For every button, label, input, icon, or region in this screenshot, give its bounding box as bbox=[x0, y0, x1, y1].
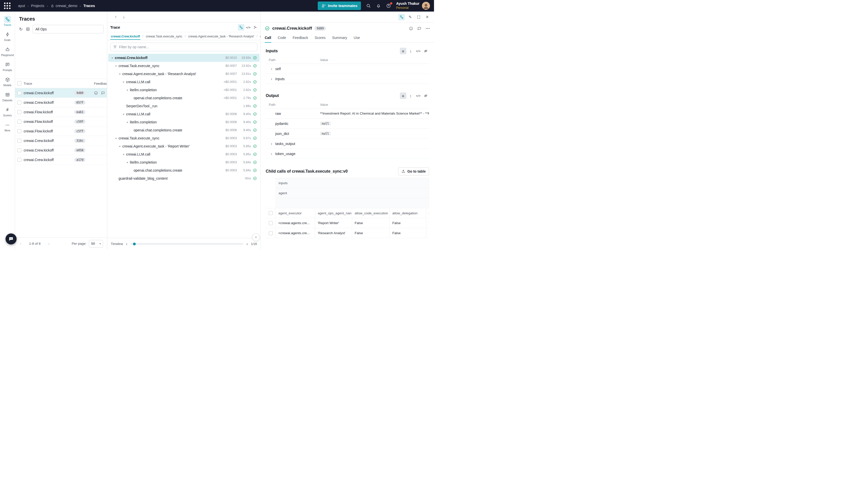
avatar[interactable] bbox=[422, 2, 430, 10]
emoji-feedback-icon[interactable] bbox=[409, 26, 413, 31]
previous-call-button[interactable]: ↑ bbox=[113, 15, 118, 20]
column-header[interactable]: agent_ops_agent_nan bbox=[315, 208, 352, 218]
column-header[interactable]: b bbox=[426, 208, 429, 218]
trace-row[interactable]: crewai.Flow.kickoffeab1 bbox=[15, 107, 107, 117]
trace-row[interactable]: crewai.Crew.kickoff316c bbox=[15, 136, 107, 145]
next-page-button[interactable]: › bbox=[47, 241, 50, 246]
child-call-row[interactable]: <crewai.agents.cre...'Research Analyst'F… bbox=[266, 228, 429, 238]
chevron-down-icon[interactable]: ▾ bbox=[114, 137, 118, 140]
scroll-top-button[interactable] bbox=[252, 233, 260, 241]
trace-row[interactable]: crewai.Crew.kickoff9d89 bbox=[15, 88, 107, 98]
user-menu[interactable]: Ayush Thakur Personal bbox=[396, 1, 430, 10]
tab-use[interactable]: Use bbox=[354, 33, 360, 43]
chevron-down-icon[interactable]: ▾ bbox=[125, 89, 129, 92]
tab-summary[interactable]: Summary bbox=[332, 33, 347, 43]
sidebar-item-evals[interactable]: Evals bbox=[0, 30, 15, 43]
chat-launcher-button[interactable] bbox=[5, 233, 16, 244]
bell-icon[interactable] bbox=[376, 3, 381, 8]
expand-all-button[interactable]: ↕ bbox=[407, 93, 414, 99]
op-filter-input[interactable] bbox=[119, 45, 255, 49]
hide-values-button[interactable] bbox=[422, 48, 429, 54]
timeline-slider-handle[interactable] bbox=[133, 242, 136, 245]
sidebar-item-playground[interactable]: Playground bbox=[0, 45, 15, 58]
column-settings-button[interactable] bbox=[26, 27, 30, 32]
breadcrumb-entity[interactable]: ayut bbox=[18, 4, 25, 8]
breadcrumb-projects[interactable]: Projects bbox=[31, 4, 44, 8]
row-checkbox[interactable] bbox=[17, 100, 21, 105]
tab-feedback[interactable]: Feedback bbox=[293, 33, 308, 43]
row-checkbox[interactable] bbox=[17, 91, 21, 95]
chevron-down-icon[interactable]: ▾ bbox=[118, 145, 122, 148]
trace-row[interactable]: crewai.Crew.kickoffe058 bbox=[15, 145, 107, 155]
emoji-feedback-icon[interactable] bbox=[94, 91, 98, 95]
chevron-down-icon[interactable]: ▾ bbox=[114, 64, 118, 67]
trace-row[interactable]: crewai.Flow.kickoffc5ff bbox=[15, 126, 107, 136]
hide-values-button[interactable] bbox=[422, 93, 429, 99]
chevron-right-icon[interactable]: › bbox=[269, 67, 274, 71]
row-checkbox[interactable] bbox=[17, 148, 21, 152]
row-checkbox[interactable] bbox=[269, 221, 273, 225]
timeline-slider[interactable] bbox=[131, 243, 243, 244]
go-to-table-button[interactable]: Go to table bbox=[398, 167, 429, 175]
prev-page-button[interactable]: ‹ bbox=[19, 241, 23, 246]
child-call-row[interactable]: <crewai.agents.cre...'Report Writer'Fals… bbox=[266, 218, 429, 228]
column-header[interactable]: allow_delegation bbox=[390, 208, 426, 218]
select-all-checkbox[interactable] bbox=[17, 82, 21, 85]
trace-tree-node[interactable]: ▾crewai.Agent.execute_task - 'Report Wri… bbox=[108, 142, 259, 150]
row-checkbox[interactable] bbox=[17, 158, 21, 162]
trace-path-tab[interactable]: crewai.Agent.execute_task - 'Research An… bbox=[188, 33, 255, 40]
kv-row[interactable]: ›tasks_output bbox=[266, 139, 429, 149]
trace-tree-node[interactable]: ▾crewai.Crew.kickoff$0.001019.83s bbox=[108, 54, 259, 62]
sidebar-item-traces[interactable]: Traces bbox=[0, 15, 15, 28]
trace-tree-node[interactable]: ▾litellm.completion$0.00069.40s bbox=[108, 118, 259, 126]
kv-row[interactable]: ›inputs bbox=[266, 74, 429, 84]
row-checkbox[interactable] bbox=[17, 129, 21, 133]
trace-tree-node[interactable]: ▾crewai.Agent.execute_task - 'Research A… bbox=[108, 70, 259, 78]
tab-call[interactable]: Call bbox=[265, 33, 271, 43]
next-call-button[interactable]: ↓ bbox=[121, 15, 126, 20]
trace-tree-node[interactable]: ▾crewai.Task.execute_sync$0.00035.87s bbox=[108, 134, 259, 142]
chevron-right-icon[interactable]: › bbox=[269, 152, 274, 156]
sidebar-item-models[interactable]: Models bbox=[0, 75, 15, 88]
code-view-button[interactable]: </> bbox=[245, 24, 251, 31]
trace-path-tab[interactable]: crewai.Crew.kickoff bbox=[110, 33, 140, 40]
trace-row[interactable]: crewai.Crew.kickoff657f bbox=[15, 98, 107, 107]
chevron-down-icon[interactable]: ▾ bbox=[125, 161, 129, 164]
trace-tree-node[interactable]: ▾litellm.completion<$0.00012.82s bbox=[108, 86, 259, 94]
trace-tree-node[interactable]: ▾litellm.completion$0.00035.84s bbox=[108, 158, 259, 166]
trace-row[interactable]: crewai.Crew.kickoffa17d bbox=[15, 155, 107, 165]
ops-filter-select[interactable]: All Ops bbox=[33, 25, 103, 34]
view-code-button[interactable]: </> bbox=[415, 93, 421, 99]
wandb-logo-icon[interactable] bbox=[4, 2, 11, 9]
sidebar-item-prompts[interactable]: Prompts bbox=[0, 60, 15, 73]
breadcrumb-project[interactable]: crewai_demo bbox=[56, 4, 77, 8]
trace-tree-node[interactable]: openai.chat.completions.create<$0.00012.… bbox=[108, 94, 259, 102]
chevron-right-icon[interactable]: › bbox=[269, 77, 274, 81]
expand-all-button[interactable]: ↕ bbox=[407, 48, 414, 54]
view-list-button[interactable]: ≡ bbox=[400, 48, 406, 54]
trace-tree-node[interactable]: SerperDevTool._run1.66s bbox=[108, 102, 259, 110]
trace-row[interactable]: crewai.Flow.kickoffc59f bbox=[15, 117, 107, 126]
trace-tree-node[interactable]: openai.chat.completions.create$0.00035.8… bbox=[108, 166, 259, 174]
view-code-button[interactable]: </> bbox=[415, 48, 421, 54]
chevron-down-icon[interactable]: ▾ bbox=[125, 121, 129, 124]
chevron-down-icon[interactable]: ▾ bbox=[122, 81, 126, 83]
fullscreen-button[interactable] bbox=[416, 14, 422, 20]
chevron-down-icon[interactable]: ▾ bbox=[118, 73, 122, 75]
trace-tree-node[interactable]: ▾crewai.LLM.call<$0.00012.82s bbox=[108, 78, 259, 86]
row-checkbox[interactable] bbox=[17, 110, 21, 114]
trace-tree-node[interactable]: openai.chat.completions.create$0.00069.4… bbox=[108, 126, 259, 134]
row-checkbox[interactable] bbox=[269, 231, 273, 235]
tree-view-button[interactable] bbox=[238, 24, 244, 31]
trace-layout-button[interactable] bbox=[398, 14, 405, 20]
timeline-next-button[interactable]: › bbox=[246, 242, 248, 246]
column-header[interactable]: allow_code_execution bbox=[352, 208, 390, 218]
call-id-badge[interactable]: 9d89 bbox=[314, 26, 326, 31]
column-header-trace[interactable]: Trace bbox=[24, 82, 92, 85]
row-checkbox[interactable] bbox=[17, 139, 21, 143]
tab-code[interactable]: Code bbox=[278, 33, 286, 43]
select-all-checkbox[interactable] bbox=[269, 211, 273, 215]
chevron-down-icon[interactable]: ▾ bbox=[110, 57, 114, 59]
trace-path-tab[interactable]: crewai.LLM.cal bbox=[259, 33, 260, 40]
trace-tree-node[interactable]: ▾crewai.LLM.call$0.00035.85s bbox=[108, 150, 259, 158]
